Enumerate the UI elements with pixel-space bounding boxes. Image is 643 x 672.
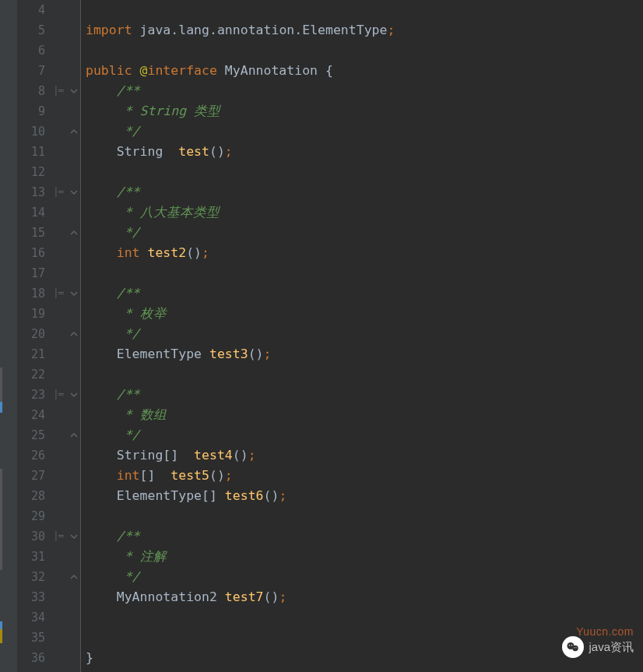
- line-number: 23: [17, 385, 45, 405]
- code-line[interactable]: */: [86, 425, 643, 445]
- line-number: 19: [17, 304, 45, 324]
- wechat-icon: [562, 636, 584, 658]
- line-number: 9: [17, 101, 45, 121]
- code-line[interactable]: }: [86, 648, 643, 668]
- code-line[interactable]: [86, 628, 643, 648]
- coverage-strip: [0, 0, 17, 672]
- fold-close-icon[interactable]: [69, 329, 79, 339]
- fold-open-icon[interactable]: [69, 86, 79, 96]
- code-line[interactable]: /**: [86, 385, 643, 405]
- line-number: 27: [17, 466, 45, 486]
- line-number: 13: [17, 182, 45, 202]
- code-line[interactable]: MyAnnotation2 test7();: [86, 587, 643, 607]
- fold-open-icon[interactable]: [69, 289, 79, 298]
- line-number: 21: [17, 344, 45, 364]
- code-line[interactable]: * 八大基本类型: [86, 202, 643, 223]
- code-area[interactable]: import java.lang.annotation.ElementType;…: [81, 0, 643, 672]
- line-number: 33: [17, 587, 45, 607]
- code-line[interactable]: [86, 40, 643, 61]
- line-number: 15: [17, 223, 45, 243]
- code-line[interactable]: */: [86, 567, 643, 587]
- doc-fold-mark-icon: │═: [53, 182, 64, 202]
- line-number: 36: [17, 648, 45, 668]
- line-number: 20: [17, 324, 45, 344]
- code-line[interactable]: [86, 263, 643, 283]
- svg-point-2: [569, 645, 571, 646]
- code-line[interactable]: * 数组: [86, 405, 643, 425]
- fold-open-icon[interactable]: [69, 188, 79, 197]
- fold-indicator-gutter: │═│═│═│═│═: [51, 0, 69, 672]
- line-number: 7: [17, 61, 45, 81]
- code-line[interactable]: ElementType test3();: [86, 344, 643, 364]
- line-number: 24: [17, 405, 45, 425]
- line-number: 14: [17, 202, 45, 223]
- line-number: 31: [17, 547, 45, 567]
- fold-toggle-gutter[interactable]: [69, 0, 81, 672]
- code-line[interactable]: import java.lang.annotation.ElementType;: [86, 20, 643, 40]
- fold-close-icon[interactable]: [69, 228, 79, 237]
- line-number: 35: [17, 628, 45, 648]
- line-number: 26: [17, 445, 45, 466]
- line-number: 10: [17, 121, 45, 142]
- doc-fold-mark-icon: │═: [53, 385, 64, 405]
- line-number-gutter: 4567891011121314151617181920212223242526…: [17, 0, 51, 672]
- code-line[interactable]: [86, 162, 643, 182]
- line-number: 8: [17, 81, 45, 101]
- code-line[interactable]: String test();: [86, 142, 643, 162]
- coverage-mark: [0, 469, 2, 570]
- code-line[interactable]: * String 类型: [86, 101, 643, 121]
- coverage-mark: [0, 368, 2, 402]
- code-line[interactable]: int[] test5();: [86, 466, 643, 486]
- code-line[interactable]: * 枚举: [86, 304, 643, 324]
- doc-fold-mark-icon: │═: [53, 81, 64, 101]
- code-line[interactable]: public @interface MyAnnotation {: [86, 61, 643, 81]
- fold-close-icon[interactable]: [69, 431, 79, 440]
- code-line[interactable]: */: [86, 324, 643, 344]
- code-line[interactable]: /**: [86, 526, 643, 547]
- code-line[interactable]: * 注解: [86, 547, 643, 567]
- code-line[interactable]: */: [86, 121, 643, 142]
- watermark-label: java资讯: [589, 640, 634, 655]
- coverage-mark: [0, 402, 2, 413]
- line-number: 12: [17, 162, 45, 182]
- code-line[interactable]: [86, 506, 643, 526]
- line-number: 28: [17, 486, 45, 506]
- line-number: 18: [17, 283, 45, 304]
- fold-close-icon[interactable]: [69, 572, 79, 582]
- code-line[interactable]: [86, 364, 643, 385]
- code-line[interactable]: /**: [86, 81, 643, 101]
- code-line[interactable]: /**: [86, 283, 643, 304]
- code-line[interactable]: [86, 0, 643, 20]
- code-line[interactable]: String[] test4();: [86, 445, 643, 466]
- watermark: java资讯: [562, 636, 634, 658]
- line-number: 30: [17, 526, 45, 547]
- svg-point-4: [574, 647, 575, 648]
- code-editor[interactable]: 4567891011121314151617181920212223242526…: [0, 0, 643, 672]
- line-number: 16: [17, 243, 45, 263]
- fold-open-icon[interactable]: [69, 532, 79, 541]
- code-line[interactable]: [86, 607, 643, 628]
- line-number: 25: [17, 425, 45, 445]
- doc-fold-mark-icon: │═: [53, 526, 64, 547]
- svg-point-3: [571, 645, 573, 646]
- code-line[interactable]: ElementType[] test6();: [86, 486, 643, 506]
- doc-fold-mark-icon: │═: [53, 283, 64, 304]
- coverage-mark: [0, 629, 2, 643]
- line-number: 4: [17, 0, 45, 20]
- line-number: 17: [17, 263, 45, 283]
- svg-point-5: [576, 647, 577, 648]
- coverage-mark: [0, 621, 2, 629]
- code-line[interactable]: */: [86, 223, 643, 243]
- line-number: 29: [17, 506, 45, 526]
- fold-open-icon[interactable]: [69, 390, 79, 399]
- line-number: 11: [17, 142, 45, 162]
- line-number: 32: [17, 567, 45, 587]
- line-number: 34: [17, 607, 45, 628]
- line-number: 6: [17, 40, 45, 61]
- code-line[interactable]: /**: [86, 182, 643, 202]
- fold-close-icon[interactable]: [69, 127, 79, 136]
- code-line[interactable]: int test2();: [86, 243, 643, 263]
- line-number: 22: [17, 364, 45, 385]
- line-number: 5: [17, 20, 45, 40]
- svg-point-1: [573, 646, 579, 652]
